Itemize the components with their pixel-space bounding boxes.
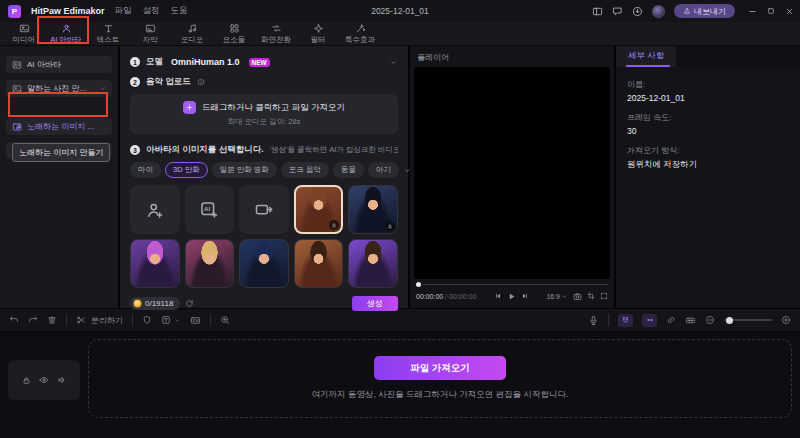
lock-icon[interactable]	[22, 376, 31, 385]
ribbon-tab-filter[interactable]: 필터	[297, 23, 339, 45]
select-label: 아바타의 이미지를 선택합니다.	[146, 144, 264, 156]
avatar-thumb-7[interactable]	[348, 239, 398, 288]
category-chip[interactable]: 아기	[368, 162, 399, 178]
avatar-thumb-5[interactable]	[239, 239, 289, 288]
delete-icon[interactable]	[47, 315, 57, 325]
link-dots-icon[interactable]	[642, 314, 657, 327]
placeholder-tile-person-add[interactable]	[130, 185, 180, 234]
menu-item-1[interactable]: 설정	[143, 5, 160, 17]
elements-icon	[229, 23, 240, 34]
zoom-in-icon[interactable]	[781, 315, 791, 325]
close-icon[interactable]	[785, 7, 794, 16]
sidebar: 노래하는 이미지 만들기 AI 아바타말하는 사진 만...노래하는 이미지 .…	[0, 46, 118, 308]
transition-icon	[271, 23, 282, 34]
dropzone-label: 드래그하거나 클릭하고 파일 가져오기	[202, 102, 345, 114]
player-controls: 00:00:00 / 00:00:00 16:9	[414, 289, 610, 303]
ribbon-tab-audio[interactable]: 오디오	[171, 23, 213, 45]
eye-icon[interactable]	[39, 375, 49, 385]
sidebar-item-avatar-card[interactable]: AI 아바타	[6, 56, 112, 73]
minimize-icon[interactable]	[748, 7, 757, 16]
category-chip[interactable]: 포크 음악	[281, 162, 329, 178]
category-chip[interactable]: 마이	[130, 162, 161, 178]
ribbon-tab-subtitle[interactable]: 자막	[129, 23, 171, 45]
scrubber-handle[interactable]	[416, 282, 421, 287]
snapshot-icon[interactable]	[573, 292, 582, 301]
refresh-icon[interactable]	[185, 299, 194, 308]
detail-field-value: 2025-12-01_01	[627, 93, 789, 103]
zoom-slider-knob[interactable]	[726, 317, 733, 324]
crop-icon[interactable]	[587, 292, 595, 300]
split-label[interactable]: 분리하기	[91, 315, 123, 326]
play-icon[interactable]	[507, 292, 516, 301]
feedback-icon[interactable]	[612, 6, 623, 17]
export-button[interactable]: 내보내기	[674, 4, 735, 18]
menu-item-2[interactable]: 도움	[171, 5, 188, 17]
ribbon-tab-elements[interactable]: 요소들	[213, 23, 255, 45]
category-chips: 마이3D 만화일본 만화 영화포크 음악동물아기	[130, 162, 398, 178]
audio-dropzone[interactable]: 드래그하거나 클릭하고 파일 가져오기 최대 오디오 길이: 28s	[130, 94, 398, 134]
ribbon-tab-text[interactable]: 텍스트	[87, 23, 129, 45]
video-preview	[414, 67, 610, 279]
download-icon[interactable]	[632, 6, 643, 17]
ribbon-tab-effects[interactable]: 특수효과	[339, 23, 381, 45]
aspect-ratio-select[interactable]: 16:9	[546, 293, 568, 300]
category-chip[interactable]: 3D 만화	[165, 162, 208, 178]
avatar-card-icon	[12, 60, 22, 70]
model-dropdown-icon[interactable]	[389, 58, 398, 67]
user-avatar[interactable]	[652, 5, 665, 18]
svg-text:AI: AI	[204, 205, 211, 212]
prev-frame-icon[interactable]	[494, 292, 502, 300]
subtitle-icon	[145, 23, 156, 34]
chain-icon[interactable]	[666, 315, 676, 325]
zoom-out-icon[interactable]	[705, 315, 715, 325]
caret-small[interactable]	[174, 317, 181, 324]
app-logo-icon: P	[8, 5, 21, 18]
avatar-thumb-4[interactable]	[185, 239, 235, 288]
ribbon-tab-media[interactable]: 미디어	[3, 23, 45, 45]
layout-icon[interactable]	[592, 6, 603, 17]
mic-icon[interactable]	[588, 315, 599, 326]
avatar-thumb-3[interactable]	[130, 239, 180, 288]
fit-timeline-icon[interactable]	[685, 315, 696, 326]
ribbon-tab-transition[interactable]: 화면전환	[255, 23, 297, 45]
ribbon-tabbar: 미디어AI 아바타텍스트자막오디오요소들화면전환필터특수효과	[0, 22, 800, 46]
category-chip[interactable]: 동물	[333, 162, 364, 178]
magnet-icon[interactable]	[618, 314, 633, 327]
avatar-thumb-1[interactable]	[294, 185, 344, 234]
avatar-thumb-2[interactable]	[348, 185, 398, 234]
detail-field-label: 프레임 속도:	[627, 112, 789, 123]
player-scrubber[interactable]	[414, 279, 610, 289]
menu-item-0[interactable]: 파일	[115, 5, 132, 17]
sidebar-item-picture[interactable]: 말하는 사진 만...	[6, 80, 112, 97]
generate-button[interactable]: 생성	[352, 296, 398, 311]
export-label: 내보내기	[694, 6, 726, 17]
placeholder-tile-convert[interactable]	[239, 185, 289, 234]
import-file-button[interactable]: 파일 가져오기	[374, 356, 506, 380]
mute-icon[interactable]	[57, 375, 67, 385]
split-icon[interactable]	[76, 315, 86, 325]
zoom-slider[interactable]	[724, 319, 772, 321]
model-value[interactable]: OmniHuman 1.0	[171, 57, 240, 67]
undo-icon[interactable]	[9, 315, 19, 325]
avatar-thumb-6[interactable]	[294, 239, 344, 288]
text-tool-icon[interactable]	[161, 315, 171, 325]
placeholder-tile-ai-add[interactable]: AI	[185, 185, 235, 234]
ribbon-tab-avatar[interactable]: AI 아바타	[45, 23, 87, 45]
category-chip[interactable]: 일본 만화 영화	[212, 162, 277, 178]
fullscreen-icon[interactable]	[600, 292, 608, 300]
redo-icon[interactable]	[28, 315, 38, 325]
maximize-icon[interactable]	[767, 7, 775, 15]
window-controls	[748, 7, 794, 16]
more-categories-icon[interactable]	[403, 166, 412, 175]
badge-icon[interactable]	[142, 315, 152, 325]
subtitle-remove-icon[interactable]	[190, 315, 201, 326]
tab-details[interactable]: 세부 사항	[616, 46, 676, 67]
project-title: 2025-12-01_01	[371, 6, 429, 16]
zoom-tool-icon[interactable]	[220, 315, 230, 325]
player-title: 플레이어	[414, 51, 610, 67]
timeline-dropzone[interactable]: 파일 가져오기 여기까지 동영상, 사진을 드래그하거나 가져오면 편집을 시작…	[88, 339, 792, 418]
detail-field-label: 가져오기 방식:	[627, 145, 789, 156]
sidebar-item-sing[interactable]: 노래하는 이미지 ...	[6, 118, 112, 135]
info-icon[interactable]	[197, 78, 205, 86]
next-frame-icon[interactable]	[521, 292, 529, 300]
